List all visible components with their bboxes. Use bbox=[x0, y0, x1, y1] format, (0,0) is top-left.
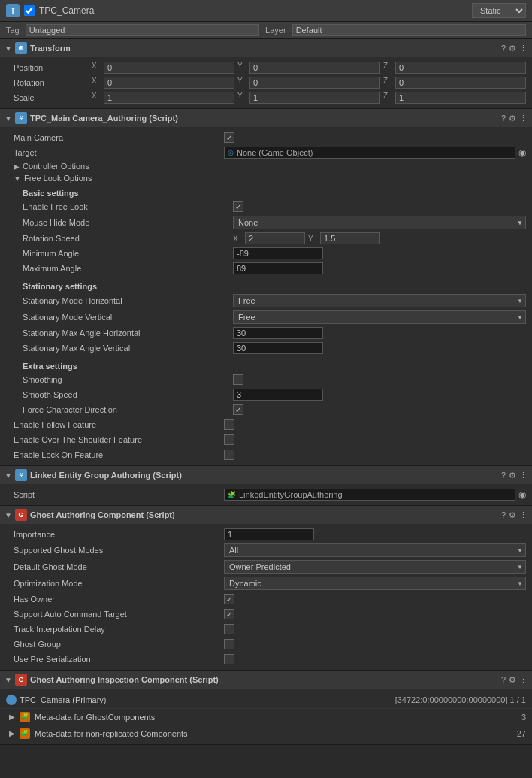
enable-lock-cb[interactable] bbox=[224, 450, 234, 460]
mouse-hide-mode-row: Mouse Hide Mode None ▼ bbox=[0, 214, 532, 231]
has-owner-cb[interactable] bbox=[224, 594, 234, 604]
main-camera-checkbox[interactable] bbox=[224, 132, 234, 143]
enable-free-look-row: Enable Free Look bbox=[0, 199, 532, 214]
meta-ghost-row[interactable]: ▶ 🧩 Meta-data for GhostComponents 3 bbox=[0, 708, 532, 725]
help-icon4[interactable]: ? bbox=[501, 510, 506, 520]
enable-follow-row: Enable Follow Feature bbox=[0, 417, 532, 432]
script-row: Script 🧩 LinkedEntityGroupAuthoring ◉ bbox=[0, 487, 532, 502]
stationary-mode-h-row: Stationary Mode Horizontal Free bbox=[0, 292, 532, 309]
stationary-max-h-input[interactable] bbox=[233, 327, 323, 339]
menu-icon4[interactable]: ⋮ bbox=[519, 510, 527, 520]
menu-icon[interactable]: ⋮ bbox=[519, 44, 527, 53]
maximum-angle-label: Maximum Angle bbox=[23, 264, 233, 273]
scale-x[interactable] bbox=[104, 92, 234, 104]
menu-icon5[interactable]: ⋮ bbox=[519, 675, 527, 685]
position-y[interactable] bbox=[249, 62, 380, 74]
target-value: None (Game Object) bbox=[237, 148, 313, 157]
track-interpolation-cb[interactable] bbox=[224, 624, 234, 634]
settings-icon2[interactable]: ⚙ bbox=[509, 114, 516, 123]
static-dropdown[interactable]: Static bbox=[472, 3, 526, 18]
ghost-authoring-body: Importance Supported Ghost Modes All Def… bbox=[0, 524, 532, 670]
game-object-name[interactable]: TPC_Camera bbox=[39, 5, 467, 16]
transform-header[interactable]: ▼ ⊕ Transform ? ⚙ ⋮ bbox=[0, 39, 532, 57]
free-look-options-header[interactable]: ▼ Free Look Options bbox=[0, 172, 532, 184]
enable-free-look-cb[interactable] bbox=[233, 201, 243, 212]
controller-options-header[interactable]: ▶ Controller Options bbox=[0, 160, 532, 172]
linked-entity-header[interactable]: ▼ # Linked Entity Group Authoring (Scrip… bbox=[0, 466, 532, 484]
settings-icon[interactable]: ⚙ bbox=[509, 44, 516, 53]
target-pick-icon[interactable]: ◉ bbox=[518, 147, 526, 158]
enable-lock-row: Enable Lock On Feature bbox=[0, 447, 532, 462]
stationary-mode-v-label: Stationary Mode Vertical bbox=[23, 313, 233, 322]
maximum-angle-input[interactable] bbox=[233, 262, 323, 274]
support-auto-cb[interactable] bbox=[224, 609, 234, 619]
stationary-mode-h-select[interactable]: Free bbox=[233, 294, 526, 307]
smoothing-row: Smoothing bbox=[0, 372, 532, 387]
enable-follow-cb[interactable] bbox=[224, 419, 234, 430]
smoothing-cb[interactable] bbox=[233, 374, 243, 385]
position-fields: X Y Z bbox=[92, 62, 526, 74]
ghost-authoring-header[interactable]: ▼ G Ghost Authoring Component (Script) ?… bbox=[0, 506, 532, 524]
force-char-dir-cb[interactable] bbox=[233, 404, 243, 415]
layer-select[interactable]: Default bbox=[292, 24, 526, 36]
ghost-inspection-arrow: ▼ bbox=[5, 676, 12, 684]
z-label: Z bbox=[383, 62, 392, 74]
main-camera-arrow: ▼ bbox=[5, 114, 12, 123]
tag-select[interactable]: Untagged bbox=[26, 24, 259, 36]
scale-y[interactable] bbox=[249, 92, 380, 104]
default-mode-select[interactable]: Owner Predicted bbox=[224, 560, 526, 574]
menu-icon2[interactable]: ⋮ bbox=[519, 114, 527, 123]
meta-ghost-icon: 🧩 bbox=[20, 712, 30, 722]
target-row: Target ◎ None (Game Object) ◉ bbox=[0, 145, 532, 160]
stationary-mode-v-select[interactable]: Free bbox=[233, 310, 526, 324]
mouse-hide-mode-select[interactable]: None bbox=[233, 216, 526, 229]
stationary-max-v-input[interactable] bbox=[233, 342, 323, 354]
meta-non-rep-row[interactable]: ▶ 🧩 Meta-data for non-replicated Compone… bbox=[0, 725, 532, 741]
position-x[interactable] bbox=[104, 62, 234, 74]
rotation-speed-y[interactable] bbox=[320, 232, 380, 244]
supported-modes-select[interactable]: All bbox=[224, 543, 526, 557]
active-checkbox[interactable] bbox=[24, 5, 35, 16]
help-icon[interactable]: ? bbox=[501, 44, 506, 53]
ghost-inspection-header[interactable]: ▼ G Ghost Authoring Inspection Component… bbox=[0, 671, 532, 689]
smooth-speed-input[interactable] bbox=[233, 389, 323, 401]
tag-label: Tag bbox=[6, 26, 20, 35]
rotation-speed-x[interactable] bbox=[245, 232, 305, 244]
rotation-speed-label: Rotation Speed bbox=[23, 234, 233, 243]
transform-icon: ⊕ bbox=[15, 42, 27, 54]
default-mode-row: Default Ghost Mode Owner Predicted bbox=[0, 559, 532, 575]
meta-ghost-count: 3 bbox=[521, 713, 526, 722]
settings-icon5[interactable]: ⚙ bbox=[509, 675, 516, 685]
use-pre-serial-cb[interactable] bbox=[224, 654, 234, 664]
importance-input[interactable] bbox=[224, 528, 314, 540]
supported-modes-row: Supported Ghost Modes All bbox=[0, 542, 532, 559]
target-field[interactable]: ◎ None (Game Object) bbox=[224, 147, 515, 159]
main-camera-header[interactable]: ▼ # TPC_Main Camera_Authoring (Script) ?… bbox=[0, 109, 532, 127]
ghost-group-cb[interactable] bbox=[224, 639, 234, 649]
help-icon2[interactable]: ? bbox=[501, 114, 506, 123]
force-char-dir-row: Force Character Direction bbox=[0, 402, 532, 417]
rotation-y[interactable] bbox=[249, 77, 380, 89]
help-icon5[interactable]: ? bbox=[501, 675, 506, 685]
importance-label: Importance bbox=[14, 530, 224, 539]
tag-layer-row: Tag Untagged Layer Default bbox=[0, 22, 532, 39]
script-pick-icon[interactable]: ◉ bbox=[518, 489, 526, 500]
controller-options-label: Controller Options bbox=[23, 162, 89, 171]
settings-icon3[interactable]: ⚙ bbox=[509, 471, 516, 480]
minimum-angle-input[interactable] bbox=[233, 247, 323, 259]
stationary-max-v-row: Stationary Max Angle Vertical bbox=[0, 341, 532, 356]
optimization-select[interactable]: Dynamic bbox=[224, 577, 526, 590]
camera-primary-row: TPC_Camera (Primary) [34722:0:00000000:0… bbox=[0, 692, 532, 708]
menu-icon3[interactable]: ⋮ bbox=[519, 471, 527, 480]
stationary-max-v-label: Stationary Max Angle Vertical bbox=[23, 344, 233, 353]
rotation-z[interactable] bbox=[395, 77, 526, 89]
help-icon3[interactable]: ? bbox=[501, 471, 506, 480]
rotation-x[interactable] bbox=[104, 77, 234, 89]
script-field[interactable]: 🧩 LinkedEntityGroupAuthoring bbox=[224, 489, 515, 501]
settings-icon4[interactable]: ⚙ bbox=[509, 510, 516, 520]
enable-shoulder-cb[interactable] bbox=[224, 434, 234, 445]
position-z[interactable] bbox=[395, 62, 526, 74]
linked-entity-component: ▼ # Linked Entity Group Authoring (Scrip… bbox=[0, 466, 532, 506]
transform-arrow: ▼ bbox=[5, 44, 12, 53]
scale-z[interactable] bbox=[395, 92, 526, 104]
